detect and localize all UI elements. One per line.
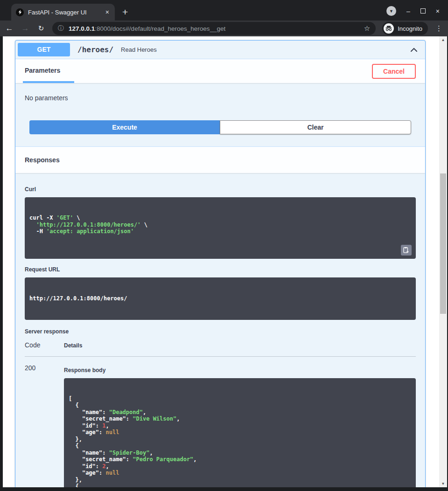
scrollbar-down-icon[interactable]: ▼ [439, 482, 447, 486]
swagger-page: GET /heroes/ Read Heroes Parameters Canc… [3, 36, 439, 487]
request-url-text: http://127.0.0.1:8000/heroes/ [29, 295, 411, 302]
curl-command-text: curl -X 'GET' \ 'http://127.0.0.1:8000/h… [29, 214, 411, 235]
page-viewport: GET /heroes/ Read Heroes Parameters Canc… [3, 36, 447, 487]
clear-button[interactable]: Clear [220, 120, 411, 134]
browser-tabstrip: FastAPI - Swagger UI × + ▼ – × [0, 0, 448, 21]
response-body-block: [ { "name": "Deadpond", "secret_name": "… [64, 378, 416, 488]
browser-toolbar: ← → ↻ ⓘ 127.0.0.1:8000/docs#/default/rea… [0, 21, 448, 36]
url-host: 127.0.0.1 [69, 25, 95, 32]
minimize-button[interactable]: – [406, 8, 410, 14]
browser-menu-icon[interactable]: ⋮ [434, 24, 443, 33]
http-method-badge: GET [18, 43, 70, 56]
bookmark-star-icon[interactable]: ☆ [364, 24, 370, 33]
scrollbar-thumb[interactable] [440, 173, 446, 314]
execute-button[interactable]: Execute [29, 120, 220, 134]
incognito-icon [384, 23, 394, 34]
forward-icon: → [21, 24, 30, 33]
responses-body: Curl curl -X 'GET' \ 'http://127.0.0.1:8… [15, 173, 425, 487]
incognito-label: Incognito [398, 25, 422, 32]
opblock-summary[interactable]: GET /heroes/ Read Heroes [15, 41, 425, 59]
response-body-label: Response body [64, 367, 416, 373]
request-url-block: http://127.0.0.1:8000/heroes/ [25, 277, 416, 320]
address-bar[interactable]: ⓘ 127.0.0.1:8000/docs#/default/read_hero… [52, 22, 376, 35]
browser-update-icon[interactable]: ▼ [386, 6, 396, 16]
maximize-button[interactable] [420, 8, 426, 14]
cancel-button[interactable]: Cancel [372, 64, 416, 79]
fastapi-favicon-icon [16, 8, 24, 16]
curl-command-block: curl -X 'GET' \ 'http://127.0.0.1:8000/h… [25, 197, 416, 259]
details-column-header: Details [64, 342, 82, 349]
url-path: :8000/docs#/default/read_heroes_heroes__… [95, 25, 225, 32]
reload-icon[interactable]: ↻ [36, 24, 46, 33]
opblock-get-heroes: GET /heroes/ Read Heroes Parameters Canc… [15, 40, 426, 487]
copy-curl-button[interactable] [401, 245, 412, 256]
scrollbar-up-icon[interactable]: ▲ [439, 38, 447, 42]
back-icon[interactable]: ← [5, 24, 14, 33]
server-response-label: Server response [25, 328, 416, 335]
response-body-json: [ { "name": "Deadpond", "secret_name": "… [69, 395, 411, 488]
parameters-body: No parameters Execute Clear [15, 83, 425, 146]
tab-close-icon[interactable]: × [105, 8, 110, 16]
endpoint-path: /heroes/ [77, 45, 113, 54]
tab-title: FastAPI - Swagger UI [28, 9, 100, 16]
request-url-label: Request URL [25, 266, 416, 273]
window-controls: ▼ – × [386, 6, 440, 16]
response-row-200: 200 Response body [ { "name": "Deadpond"… [25, 357, 416, 488]
responses-title: Responses [25, 156, 60, 164]
no-parameters-text: No parameters [25, 94, 416, 102]
page-info-icon[interactable]: ⓘ [58, 24, 64, 33]
responses-header: Responses [15, 146, 425, 173]
status-code: 200 [25, 364, 64, 488]
response-details: Response body [ { "name": "Deadpond", "s… [64, 364, 416, 488]
url-text[interactable]: 127.0.0.1:8000/docs#/default/read_heroes… [69, 25, 359, 32]
collapse-chevron-icon[interactable] [409, 45, 419, 55]
parameters-tab-label: Parameters [25, 67, 60, 74]
parameters-header: Parameters Cancel [15, 59, 425, 83]
browser-tab[interactable]: FastAPI - Swagger UI × [11, 4, 115, 21]
endpoint-summary: Read Heroes [121, 46, 157, 53]
incognito-badge: Incognito [382, 22, 428, 35]
new-tab-icon[interactable]: + [122, 7, 128, 18]
curl-label: Curl [25, 186, 416, 193]
close-window-button[interactable]: × [436, 8, 440, 14]
response-table-header: Code Details [25, 341, 416, 357]
code-column-header: Code [25, 341, 64, 349]
execute-wrapper: Execute Clear [29, 120, 411, 134]
page-scrollbar[interactable]: ▲ ▼ [439, 36, 447, 487]
tab-parameters[interactable]: Parameters [23, 59, 74, 83]
